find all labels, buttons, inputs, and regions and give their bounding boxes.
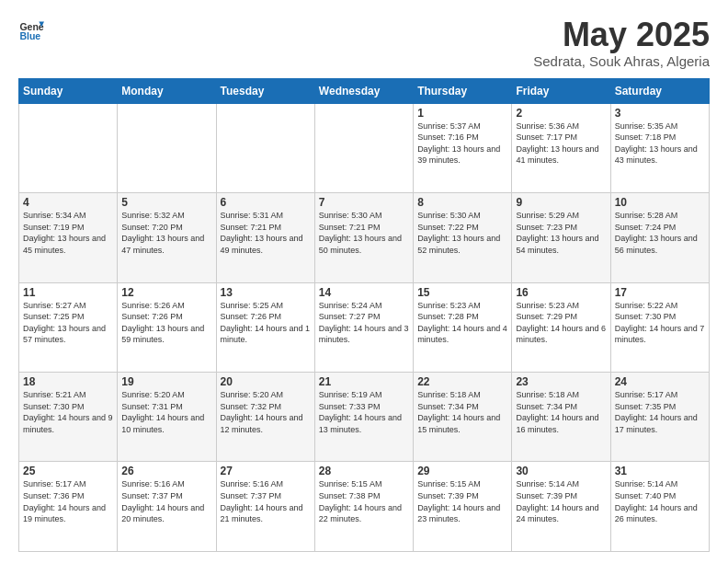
day-info: Sunrise: 5:27 AM Sunset: 7:25 PM Dayligh…: [23, 300, 113, 346]
day-info: Sunrise: 5:18 AM Sunset: 7:34 PM Dayligh…: [417, 389, 507, 435]
table-cell: 17Sunrise: 5:22 AM Sunset: 7:30 PM Dayli…: [610, 282, 709, 372]
table-cell: 19Sunrise: 5:20 AM Sunset: 7:31 PM Dayli…: [118, 373, 216, 462]
day-number: 2: [516, 107, 606, 120]
day-number: 10: [615, 196, 705, 209]
logo: General Blue: [18, 17, 44, 42]
day-number: 16: [516, 286, 606, 299]
day-number: 26: [121, 465, 211, 477]
day-info: Sunrise: 5:34 AM Sunset: 7:19 PM Dayligh…: [23, 210, 113, 256]
day-number: 17: [615, 286, 705, 299]
day-info: Sunrise: 5:30 AM Sunset: 7:21 PM Dayligh…: [319, 210, 409, 256]
day-info: Sunrise: 5:37 AM Sunset: 7:16 PM Dayligh…: [417, 121, 507, 167]
table-cell: [314, 103, 413, 192]
table-cell: 5Sunrise: 5:32 AM Sunset: 7:20 PM Daylig…: [118, 193, 216, 282]
week-row-3: 11Sunrise: 5:27 AM Sunset: 7:25 PM Dayli…: [19, 282, 710, 372]
day-number: 6: [221, 196, 311, 209]
table-cell: 4Sunrise: 5:34 AM Sunset: 7:19 PM Daylig…: [19, 193, 118, 282]
table-cell: 3Sunrise: 5:35 AM Sunset: 7:18 PM Daylig…: [610, 103, 709, 192]
day-info: Sunrise: 5:20 AM Sunset: 7:32 PM Dayligh…: [221, 389, 311, 435]
table-cell: 7Sunrise: 5:30 AM Sunset: 7:21 PM Daylig…: [314, 193, 413, 282]
day-number: 9: [516, 196, 606, 209]
table-cell: 22Sunrise: 5:18 AM Sunset: 7:34 PM Dayli…: [414, 373, 512, 462]
col-friday: Friday: [512, 78, 610, 103]
day-info: Sunrise: 5:17 AM Sunset: 7:35 PM Dayligh…: [615, 389, 705, 435]
table-cell: 13Sunrise: 5:25 AM Sunset: 7:26 PM Dayli…: [216, 282, 314, 372]
day-number: 8: [417, 196, 507, 209]
col-tuesday: Tuesday: [216, 78, 314, 103]
day-info: Sunrise: 5:29 AM Sunset: 7:23 PM Dayligh…: [516, 210, 606, 256]
day-number: 29: [417, 465, 507, 477]
table-cell: 29Sunrise: 5:15 AM Sunset: 7:39 PM Dayli…: [414, 462, 512, 552]
day-number: 11: [23, 286, 113, 299]
day-number: 18: [23, 375, 113, 388]
day-info: Sunrise: 5:36 AM Sunset: 7:17 PM Dayligh…: [516, 121, 606, 167]
table-cell: 28Sunrise: 5:15 AM Sunset: 7:38 PM Dayli…: [314, 462, 413, 552]
table-cell: 20Sunrise: 5:20 AM Sunset: 7:32 PM Dayli…: [216, 373, 314, 462]
col-wednesday: Wednesday: [314, 78, 413, 103]
day-info: Sunrise: 5:19 AM Sunset: 7:33 PM Dayligh…: [319, 389, 409, 435]
day-info: Sunrise: 5:15 AM Sunset: 7:38 PM Dayligh…: [319, 478, 409, 524]
day-number: 1: [417, 107, 507, 120]
table-cell: 30Sunrise: 5:14 AM Sunset: 7:39 PM Dayli…: [512, 462, 610, 552]
day-number: 13: [221, 286, 311, 299]
table-cell: 24Sunrise: 5:17 AM Sunset: 7:35 PM Dayli…: [610, 373, 709, 462]
day-number: 28: [319, 465, 409, 477]
table-cell: 10Sunrise: 5:28 AM Sunset: 7:24 PM Dayli…: [610, 193, 709, 282]
day-number: 23: [516, 375, 606, 388]
svg-text:Blue: Blue: [19, 30, 40, 41]
day-number: 14: [319, 286, 409, 299]
table-cell: 27Sunrise: 5:16 AM Sunset: 7:37 PM Dayli…: [216, 462, 314, 552]
day-number: 22: [417, 375, 507, 388]
day-info: Sunrise: 5:21 AM Sunset: 7:30 PM Dayligh…: [23, 389, 113, 435]
table-cell: 11Sunrise: 5:27 AM Sunset: 7:25 PM Dayli…: [19, 282, 118, 372]
col-saturday: Saturday: [610, 78, 709, 103]
day-number: 15: [417, 286, 507, 299]
day-number: 24: [615, 375, 705, 388]
day-info: Sunrise: 5:16 AM Sunset: 7:37 PM Dayligh…: [121, 478, 211, 524]
day-info: Sunrise: 5:23 AM Sunset: 7:28 PM Dayligh…: [417, 300, 507, 346]
subtitle: Sedrata, Souk Ahras, Algeria: [533, 53, 710, 69]
day-number: 4: [23, 196, 113, 209]
day-info: Sunrise: 5:15 AM Sunset: 7:39 PM Dayligh…: [417, 478, 507, 524]
title-block: May 2025 Sedrata, Souk Ahras, Algeria: [533, 17, 710, 69]
table-cell: 12Sunrise: 5:26 AM Sunset: 7:26 PM Dayli…: [118, 282, 216, 372]
day-info: Sunrise: 5:20 AM Sunset: 7:31 PM Dayligh…: [121, 389, 211, 435]
day-number: 30: [516, 465, 606, 477]
table-cell: 31Sunrise: 5:14 AM Sunset: 7:40 PM Dayli…: [610, 462, 709, 552]
day-info: Sunrise: 5:30 AM Sunset: 7:22 PM Dayligh…: [417, 210, 507, 256]
day-number: 12: [121, 286, 211, 299]
table-cell: 18Sunrise: 5:21 AM Sunset: 7:30 PM Dayli…: [19, 373, 118, 462]
table-cell: [19, 103, 118, 192]
day-number: 5: [121, 196, 211, 209]
day-info: Sunrise: 5:16 AM Sunset: 7:37 PM Dayligh…: [221, 478, 311, 524]
table-cell: 2Sunrise: 5:36 AM Sunset: 7:17 PM Daylig…: [512, 103, 610, 192]
day-info: Sunrise: 5:22 AM Sunset: 7:30 PM Dayligh…: [615, 300, 705, 346]
day-info: Sunrise: 5:26 AM Sunset: 7:26 PM Dayligh…: [121, 300, 211, 346]
calendar-header-row: Sunday Monday Tuesday Wednesday Thursday…: [19, 78, 710, 103]
week-row-2: 4Sunrise: 5:34 AM Sunset: 7:19 PM Daylig…: [19, 193, 710, 282]
table-cell: 14Sunrise: 5:24 AM Sunset: 7:27 PM Dayli…: [314, 282, 413, 372]
day-info: Sunrise: 5:14 AM Sunset: 7:39 PM Dayligh…: [516, 478, 606, 524]
day-number: 3: [615, 107, 705, 120]
day-number: 20: [221, 375, 311, 388]
day-info: Sunrise: 5:35 AM Sunset: 7:18 PM Dayligh…: [615, 121, 705, 167]
col-monday: Monday: [118, 78, 216, 103]
day-info: Sunrise: 5:28 AM Sunset: 7:24 PM Dayligh…: [615, 210, 705, 256]
logo-icon: General Blue: [18, 17, 44, 42]
table-cell: 8Sunrise: 5:30 AM Sunset: 7:22 PM Daylig…: [414, 193, 512, 282]
day-number: 7: [319, 196, 409, 209]
day-info: Sunrise: 5:25 AM Sunset: 7:26 PM Dayligh…: [221, 300, 311, 346]
col-sunday: Sunday: [19, 78, 118, 103]
page: General Blue May 2025 Sedrata, Souk Ahra…: [0, 0, 728, 563]
day-info: Sunrise: 5:14 AM Sunset: 7:40 PM Dayligh…: [615, 478, 705, 524]
day-number: 31: [615, 465, 705, 477]
table-cell: 23Sunrise: 5:18 AM Sunset: 7:34 PM Dayli…: [512, 373, 610, 462]
table-cell: 15Sunrise: 5:23 AM Sunset: 7:28 PM Dayli…: [414, 282, 512, 372]
col-thursday: Thursday: [414, 78, 512, 103]
table-cell: [118, 103, 216, 192]
day-number: 27: [221, 465, 311, 477]
week-row-1: 1Sunrise: 5:37 AM Sunset: 7:16 PM Daylig…: [19, 103, 710, 192]
day-info: Sunrise: 5:24 AM Sunset: 7:27 PM Dayligh…: [319, 300, 409, 346]
day-info: Sunrise: 5:31 AM Sunset: 7:21 PM Dayligh…: [221, 210, 311, 256]
day-number: 25: [23, 465, 113, 477]
